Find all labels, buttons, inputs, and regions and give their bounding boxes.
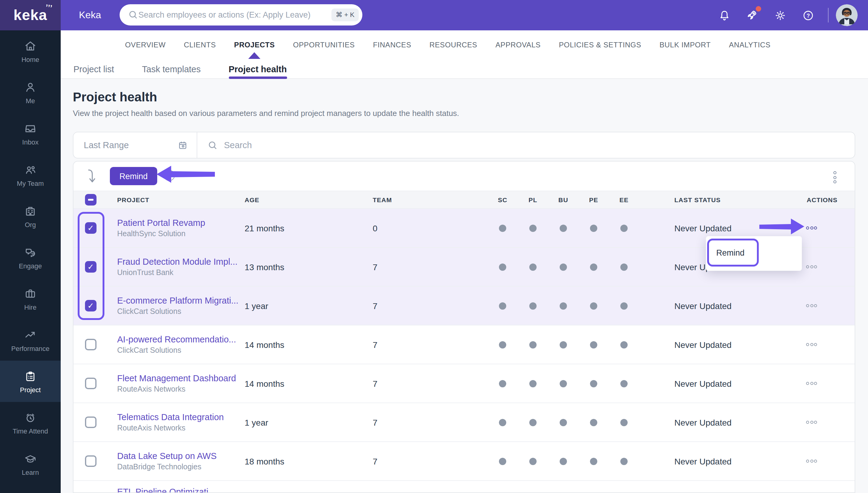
sidebar-item-project[interactable]: Project	[0, 361, 61, 402]
row-checkbox[interactable]	[85, 378, 96, 389]
health-dot	[560, 263, 567, 271]
global-search-input[interactable]	[138, 10, 331, 19]
project-age: 18 months	[245, 442, 284, 480]
whats-new-rocket-icon[interactable]	[742, 5, 762, 25]
col-header-sc: SC	[494, 196, 511, 203]
health-dot	[620, 302, 628, 309]
tab-policies-settings[interactable]: POLICIES & SETTINGS	[559, 41, 641, 49]
sidebar-item-learn[interactable]: Learn	[0, 443, 61, 485]
sidebar-item-label: Me	[26, 97, 35, 104]
project-link[interactable]: AI-powered Recommendatio...	[117, 335, 236, 344]
last-status: Never Updated	[674, 286, 731, 325]
subtab-project-health[interactable]: Project health	[228, 59, 287, 79]
tab-resources[interactable]: RESOURCES	[429, 41, 477, 49]
table-controls: Remind i	[73, 162, 855, 191]
client-name: RouteAxis Networks	[117, 385, 185, 393]
team-count: 7	[373, 248, 378, 286]
subtab-task-templates[interactable]: Task templates	[142, 59, 201, 79]
project-age: 1 year	[245, 286, 268, 325]
hire-briefcase-icon	[24, 287, 37, 300]
settings-gear-icon[interactable]	[770, 5, 790, 25]
sidebar-item-engage[interactable]: Engage	[0, 237, 61, 278]
help-icon[interactable]: ?	[798, 5, 818, 25]
sidebar-item-time-attend[interactable]: Time Attend	[0, 402, 61, 443]
row-checkbox[interactable]	[85, 339, 96, 350]
sidebar-item-my-team[interactable]: My Team	[0, 154, 61, 195]
project-age: 21 months	[245, 209, 284, 247]
project-clipboard-icon	[24, 369, 37, 383]
health-dot	[529, 419, 537, 426]
tab-analytics[interactable]: ANALYTICS	[729, 41, 771, 49]
last-status: Never Updated	[674, 325, 731, 364]
sidebar-item-hire[interactable]: Hire	[0, 278, 61, 319]
actions-context-menu: Remind	[706, 236, 802, 271]
health-dot	[620, 457, 628, 465]
row-checkbox[interactable]	[85, 455, 96, 467]
sidebar-item-label: My Team	[17, 179, 44, 187]
remind-menu-item[interactable]: Remind	[716, 248, 744, 257]
select-all-checkbox[interactable]	[85, 194, 96, 206]
health-dot	[529, 224, 537, 232]
row-checkbox[interactable]	[85, 416, 96, 428]
date-range-select[interactable]: Last Range	[73, 132, 197, 158]
remind-button[interactable]: Remind	[110, 167, 157, 185]
row-checkbox[interactable]: ✓	[85, 261, 96, 273]
project-link[interactable]: Patient Portal Revamp	[117, 218, 205, 228]
global-search[interactable]: ⌘ + K	[119, 4, 362, 25]
tab-approvals[interactable]: APPROVALS	[495, 41, 540, 49]
col-header-actions: ACTIONS	[807, 196, 838, 203]
sidebar-item-home[interactable]: Home	[0, 30, 61, 72]
project-link[interactable]: E-commerce Platform Migrati...	[117, 296, 239, 305]
sidebar-item-me[interactable]: Me	[0, 72, 61, 113]
table-row: Fleet Management DashboardRouteAxis Netw…	[73, 364, 855, 403]
row-actions-icon[interactable]	[799, 442, 824, 480]
row-checkbox[interactable]: ✓	[85, 300, 96, 312]
sidebar-item-label: Org	[25, 221, 36, 228]
page-title: Project health	[73, 90, 157, 104]
row-actions-icon[interactable]	[799, 403, 824, 442]
health-dot	[529, 457, 537, 465]
table-search-input[interactable]	[224, 140, 855, 150]
project-link[interactable]: Data Lake Setup on AWS	[117, 451, 217, 461]
tab-projects[interactable]: PROJECTS	[234, 41, 275, 49]
row-actions-icon[interactable]	[799, 248, 824, 286]
table-row: ✓E-commerce Platform Migrati...ClickCart…	[73, 286, 855, 325]
tab-opportunities[interactable]: OPPORTUNITIES	[293, 41, 355, 49]
project-link[interactable]: ETL Pipeline Optimizati...	[117, 487, 216, 493]
keka-logo[interactable]: keka’’’	[0, 0, 61, 30]
user-avatar[interactable]	[836, 4, 858, 26]
learn-cap-icon	[24, 452, 37, 465]
health-dot	[560, 224, 567, 232]
team-count: 0	[373, 209, 378, 247]
notifications-bell-icon[interactable]	[714, 5, 734, 25]
team-count: 7	[373, 442, 378, 480]
row-actions-icon[interactable]	[799, 325, 824, 364]
tab-finances[interactable]: FINANCES	[373, 41, 411, 49]
health-dot	[560, 419, 567, 426]
row-actions-icon[interactable]	[799, 286, 824, 325]
tab-bulk-import[interactable]: BULK IMPORT	[660, 41, 711, 49]
row-checkbox[interactable]: ✓	[85, 222, 96, 234]
sidebar-item-inbox[interactable]: Inbox	[0, 113, 61, 154]
subtab-project-list[interactable]: Project list	[73, 59, 114, 79]
sidebar-item-performance[interactable]: Performance	[0, 319, 61, 361]
tab-clients[interactable]: CLIENTS	[184, 41, 216, 49]
project-link[interactable]: Fleet Management Dashboard	[117, 373, 236, 383]
client-name: ClickCart Solutions	[117, 346, 181, 355]
row-actions-icon[interactable]	[799, 364, 824, 403]
org-building-icon	[24, 204, 37, 218]
row-actions-icon[interactable]	[799, 209, 824, 247]
info-icon[interactable]: i	[164, 170, 175, 181]
project-link[interactable]: Fraud Detection Module Impl...	[117, 257, 238, 266]
filter-bar: Last Range	[73, 132, 855, 158]
table-row: Telematics Data IntegrationRouteAxis Net…	[73, 403, 855, 442]
date-range-label: Last Range	[84, 140, 129, 150]
sidebar-item-org[interactable]: Org	[0, 195, 61, 237]
tab-overview[interactable]: OVERVIEW	[125, 41, 166, 49]
project-link[interactable]: Telematics Data Integration	[117, 412, 224, 422]
sort-down-arrow-icon[interactable]	[87, 168, 100, 184]
top-bar: keka’’’ Keka ⌘ + K ?	[0, 0, 868, 30]
topbar-divider	[828, 8, 828, 22]
table-search[interactable]	[197, 132, 855, 158]
kebab-menu-icon[interactable]	[832, 170, 838, 185]
